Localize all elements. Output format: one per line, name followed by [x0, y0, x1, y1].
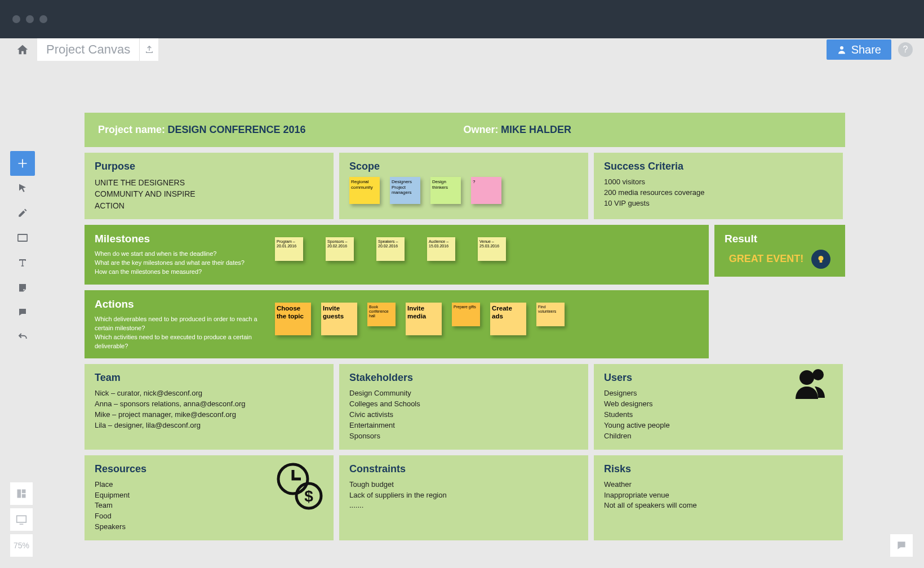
sticky-note[interactable]: Prepare gifts [452, 303, 480, 326]
traffic-minimize[interactable] [26, 15, 34, 23]
share-label: Share [851, 43, 881, 56]
actions-title: Actions [95, 298, 275, 310]
top-nav: Project Canvas Share ? [0, 38, 924, 61]
success-body: 1000 visitors 200 media resources covera… [604, 177, 833, 209]
list-item: 1000 visitors [604, 177, 833, 188]
chat-button[interactable] [890, 534, 913, 557]
list-item: Students [604, 410, 833, 420]
risks-panel[interactable]: Risks Weather Inappropriate venue Not al… [594, 455, 843, 540]
stakeholders-panel[interactable]: Stakeholders Design Community Colleges a… [339, 364, 588, 449]
purpose-title: Purpose [95, 161, 323, 172]
present-button[interactable] [10, 508, 33, 531]
sticky-note[interactable]: Regional community [349, 177, 380, 204]
actions-panel[interactable]: Actions Which deliverables need to be pr… [85, 290, 709, 359]
svg-rect-1 [18, 234, 28, 241]
document-title[interactable]: Project Canvas [37, 38, 139, 61]
sticky-note[interactable]: Create ads [490, 303, 526, 335]
team-panel[interactable]: Team Nick – curator, nick@desconf.org An… [85, 364, 334, 449]
help-button[interactable]: ? [898, 42, 913, 57]
canvas[interactable]: Project name: DESIGN CONFERENCE 2016 Own… [85, 113, 845, 540]
svg-rect-4 [22, 494, 26, 498]
sticky-note[interactable]: Choose the topic [275, 303, 311, 335]
sticky-tool[interactable] [10, 275, 35, 300]
sticky-note[interactable]: Sponsors – 20.02.2016 [326, 237, 354, 261]
project-name-label: Project name: [98, 124, 165, 135]
purpose-panel[interactable]: Purpose UNITE THE DESIGNERS COMMUNITY AN… [85, 153, 334, 219]
row-bottom: Resources Place Equipment Team Food Spea… [85, 455, 845, 540]
undo-tool[interactable] [10, 325, 35, 349]
list-item: Web designers [604, 399, 833, 410]
list-item: Not all of speakers will come [604, 500, 833, 511]
traffic-close[interactable] [12, 15, 20, 23]
scope-panel[interactable]: Scope Regional community Designers Proje… [339, 153, 588, 219]
export-button[interactable] [139, 38, 158, 61]
svg-point-8 [799, 370, 814, 385]
list-item: ....... [349, 500, 578, 511]
sticky-note[interactable]: Book conference hall [367, 303, 396, 326]
resources-panel[interactable]: Resources Place Equipment Team Food Spea… [85, 455, 334, 540]
sticky-note[interactable]: Find volunteers [536, 303, 565, 326]
result-panel[interactable]: Result GREAT EVENT! [714, 225, 845, 277]
home-icon[interactable] [11, 38, 34, 61]
sticky-note[interactable]: Program – 20.01.2016 [275, 237, 303, 261]
sticky-note[interactable]: Audience – 15.03.2016 [427, 237, 455, 261]
left-toolbar [10, 151, 35, 349]
traffic-maximize[interactable] [39, 15, 47, 23]
row-lower: Team Nick – curator, nick@desconf.org An… [85, 364, 845, 449]
traffic-lights [12, 15, 47, 23]
users-panel[interactable]: Users Designers Web designers Students Y… [594, 364, 843, 449]
cursor-tool[interactable] [10, 176, 35, 201]
text-tool[interactable] [10, 250, 35, 275]
list-item: Civic activists [349, 410, 578, 420]
list-item: Inappropriate venue [604, 490, 833, 501]
header-banner[interactable]: Project name: DESIGN CONFERENCE 2016 Own… [85, 113, 845, 147]
sticky-note[interactable]: Design thinkers [430, 177, 461, 204]
shape-tool[interactable] [10, 225, 35, 250]
pencil-tool[interactable] [10, 201, 35, 225]
owner-label: Owner: [464, 124, 499, 135]
frames-button[interactable] [10, 482, 33, 505]
stakeholders-title: Stakeholders [349, 372, 578, 384]
add-tool[interactable] [10, 151, 35, 176]
comment-tool[interactable] [10, 300, 35, 325]
result-title: Result [725, 233, 835, 245]
milestones-hints: When do we start and when is the deadlin… [95, 250, 275, 277]
list-item: Tough budget [349, 480, 578, 490]
list-item: Weather [604, 480, 833, 490]
list-item: Colleges and Schools [349, 399, 578, 410]
milestones-panel[interactable]: Milestones When do we start and when is … [85, 225, 709, 285]
list-item: Sponsors [349, 431, 578, 442]
risks-title: Risks [604, 463, 833, 475]
svg-point-6 [819, 256, 824, 261]
list-item: Young active people [604, 420, 833, 431]
list-item: Speakers [95, 522, 323, 532]
list-item: Mike – project manager, mike@desconf.org [95, 410, 323, 420]
svg-rect-5 [17, 516, 26, 522]
share-button[interactable]: Share [827, 39, 891, 60]
constraints-panel[interactable]: Constraints Tough budget Lack of supplie… [339, 455, 588, 540]
sticky-note[interactable]: Venue – 25.03.2016 [478, 237, 506, 261]
team-body: Nick – curator, nick@desconf.org Anna – … [95, 388, 323, 431]
row-mid: Milestones When do we start and when is … [85, 225, 845, 359]
success-title: Success Criteria [604, 161, 833, 172]
milestones-title: Milestones [95, 233, 275, 245]
constraints-body: Tough budget Lack of suppliers in the re… [349, 480, 578, 512]
sticky-note[interactable]: Invite guests [321, 303, 357, 335]
sticky-note[interactable]: Speakers – 20.02.2016 [376, 237, 405, 261]
svg-rect-7 [820, 261, 823, 263]
document-title-text: Project Canvas [46, 42, 130, 57]
list-item: 200 media resources coverage [604, 188, 833, 198]
sticky-note[interactable]: Invite media [406, 303, 442, 335]
svg-point-9 [812, 369, 824, 380]
bottom-left-controls: 75% [10, 482, 33, 557]
sticky-note[interactable]: Designers Project managers [390, 177, 420, 204]
success-panel[interactable]: Success Criteria 1000 visitors 200 media… [594, 153, 843, 219]
zoom-display[interactable]: 75% [10, 534, 33, 557]
team-title: Team [95, 372, 323, 384]
people-icon [791, 366, 830, 400]
stakeholders-body: Design Community Colleges and Schools Ci… [349, 388, 578, 441]
result-text: GREAT EVENT! [729, 253, 804, 265]
list-item: Lila – designer, lila@desconf.org [95, 420, 323, 431]
sticky-note[interactable]: ? [471, 177, 501, 204]
project-name-value: DESIGN CONFERENCE 2016 [168, 124, 306, 135]
